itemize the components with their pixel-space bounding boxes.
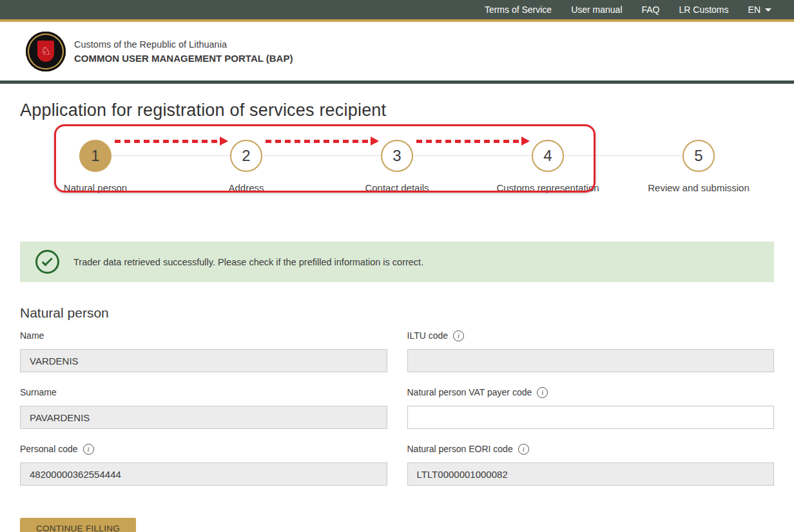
language-label: EN bbox=[748, 5, 760, 15]
field-surname: Surname bbox=[20, 386, 387, 429]
step-circle-3[interactable]: 3 bbox=[381, 140, 413, 172]
iltu-code-input bbox=[407, 349, 775, 372]
link-faq[interactable]: FAQ bbox=[632, 0, 670, 19]
main-content: Application for registration of services… bbox=[0, 100, 794, 532]
step-circle-1[interactable]: 1 bbox=[79, 140, 111, 172]
header-text: Customs of the Republic of Lithuania COM… bbox=[74, 39, 293, 64]
info-icon[interactable]: i bbox=[83, 444, 94, 455]
field-name: Name bbox=[20, 330, 387, 372]
steps-row: 1 Natural person 2 Address 3 Contact det… bbox=[20, 124, 774, 193]
success-alert-message: Trader data retrieved successfully. Plea… bbox=[73, 257, 423, 267]
field-iltu-code: ILTU code i bbox=[407, 330, 775, 372]
field-eori-code: Natural person EORI code i bbox=[407, 443, 775, 486]
vat-payer-code-input[interactable] bbox=[407, 406, 775, 429]
step-circle-5[interactable]: 5 bbox=[683, 140, 715, 172]
field-label-eori-code: Natural person EORI code i bbox=[407, 443, 775, 455]
field-label-name: Name bbox=[20, 330, 387, 341]
step-label-2: Address bbox=[228, 182, 264, 193]
field-label-iltu-code: ILTU code i bbox=[407, 330, 775, 341]
lithuania-customs-logo: ♘ bbox=[26, 32, 66, 71]
wizard-stepper: 1 Natural person 2 Address 3 Contact det… bbox=[20, 124, 774, 234]
field-label-surname: Surname bbox=[20, 386, 387, 398]
info-icon[interactable]: i bbox=[537, 387, 548, 398]
field-label-vat-payer-code: Natural person VAT payer code i bbox=[407, 386, 775, 398]
field-personal-code: Personal code i bbox=[20, 443, 387, 486]
step-natural-person: 1 Natural person bbox=[20, 124, 171, 193]
name-input bbox=[20, 349, 387, 372]
surname-input bbox=[20, 406, 387, 429]
step-contact-details: 3 Contact details bbox=[322, 124, 472, 193]
portal-name: COMMON USER MANAGEMENT PORTAL (BAP) bbox=[74, 53, 293, 64]
page-title: Application for registration of services… bbox=[20, 100, 774, 120]
continue-filling-button[interactable]: CONTINUE FILLING bbox=[20, 518, 136, 532]
header: ♘ Customs of the Republic of Lithuania C… bbox=[0, 22, 794, 84]
personal-code-input bbox=[20, 462, 387, 486]
logo-shield-knight-icon: ♘ bbox=[37, 41, 54, 62]
section-title-natural-person: Natural person bbox=[20, 305, 774, 321]
link-terms-of-service[interactable]: Terms of Service bbox=[475, 0, 561, 19]
step-label-3: Contact details bbox=[365, 182, 429, 193]
eori-code-input bbox=[407, 462, 775, 486]
step-label-4: Customs representation bbox=[496, 182, 599, 193]
link-user-manual[interactable]: User manual bbox=[561, 0, 632, 19]
step-address: 2 Address bbox=[171, 124, 322, 193]
field-label-personal-code: Personal code i bbox=[20, 443, 387, 455]
topbar: Terms of Service User manual FAQ LR Cust… bbox=[0, 0, 794, 22]
step-review-submission: 5 Review and submission bbox=[623, 124, 774, 193]
step-label-5: Review and submission bbox=[648, 182, 750, 193]
info-icon[interactable]: i bbox=[518, 444, 529, 455]
step-circle-2[interactable]: 2 bbox=[230, 140, 262, 172]
chevron-down-icon bbox=[765, 8, 771, 12]
success-alert: Trader data retrieved successfully. Plea… bbox=[20, 242, 774, 282]
language-dropdown[interactable]: EN bbox=[739, 0, 781, 19]
form-grid: Name ILTU code i Surname Natural person … bbox=[20, 330, 774, 486]
step-label-1: Natural person bbox=[64, 182, 127, 193]
success-check-icon bbox=[35, 250, 59, 274]
field-vat-payer-code: Natural person VAT payer code i bbox=[407, 386, 775, 429]
org-name: Customs of the Republic of Lithuania bbox=[74, 39, 293, 50]
step-circle-4[interactable]: 4 bbox=[532, 140, 564, 172]
info-icon[interactable]: i bbox=[453, 330, 464, 341]
link-lr-customs[interactable]: LR Customs bbox=[670, 0, 739, 19]
step-customs-representation: 4 Customs representation bbox=[472, 124, 623, 193]
